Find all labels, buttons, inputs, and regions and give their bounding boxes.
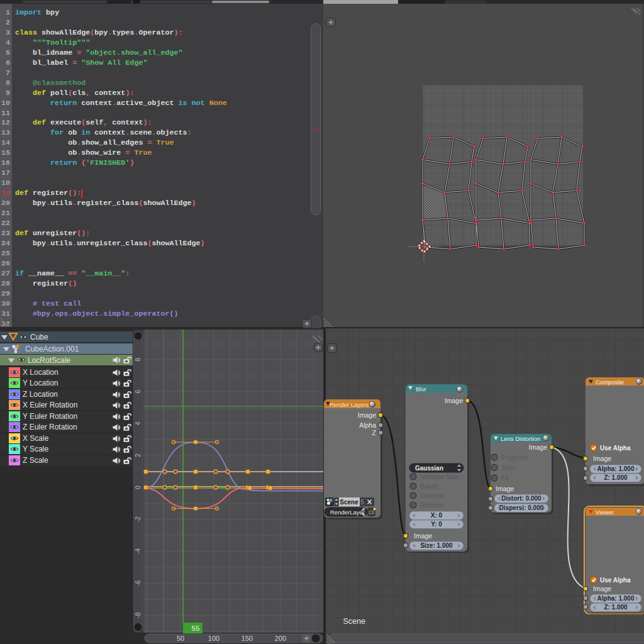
svg-text:Image: Image	[496, 485, 514, 492]
svg-text:Image: Image	[357, 411, 375, 419]
svg-text:RenderLayer: RenderLayer	[330, 509, 365, 516]
svg-text:Image: Image	[593, 585, 611, 592]
svg-text:Image: Image	[593, 455, 611, 462]
svg-text:Lens Distortion: Lens Distortion	[501, 435, 540, 442]
svg-text:55: 55	[192, 625, 200, 632]
svg-text:Relative: Relative	[420, 501, 444, 509]
svg-text:100: 100	[208, 635, 219, 642]
svg-text:Image: Image	[444, 397, 462, 404]
svg-text:-6: -6	[134, 580, 142, 586]
svg-text:50: 50	[177, 635, 184, 642]
svg-text:Alpha: 1.000: Alpha: 1.000	[597, 595, 634, 602]
svg-text:Scene: Scene	[340, 499, 358, 506]
svg-text:Fit: Fit	[501, 474, 509, 482]
svg-text:Composite: Composite	[596, 379, 624, 386]
svg-text:6: 6	[134, 390, 142, 394]
svg-text:8: 8	[134, 358, 142, 362]
svg-text:Z: 1.000: Z: 1.000	[604, 474, 628, 481]
svg-text:0: 0	[134, 486, 142, 489]
svg-text:5: 5	[360, 499, 364, 506]
svg-text:Z: Z	[372, 429, 376, 436]
svg-text:Jitter: Jitter	[501, 464, 516, 472]
svg-text:-8: -8	[134, 612, 142, 618]
svg-text:Bokeh: Bokeh	[420, 482, 439, 490]
svg-text:Variable Size: Variable Size	[420, 473, 458, 480]
svg-text:X: 0: X: 0	[430, 512, 442, 519]
svg-text:Gaussian: Gaussian	[415, 465, 443, 472]
svg-text:Alpha: 1.000: Alpha: 1.000	[597, 465, 634, 472]
svg-text:Alpha: Alpha	[359, 421, 376, 429]
svg-text:Gamma: Gamma	[420, 492, 444, 499]
svg-text:Viewer: Viewer	[596, 509, 614, 516]
svg-text:Use Alpha: Use Alpha	[600, 445, 631, 452]
svg-text:Render Layers: Render Layers	[330, 401, 369, 408]
svg-text:Use Alpha: Use Alpha	[600, 577, 631, 584]
svg-text:Blur: Blur	[416, 386, 426, 392]
svg-text:Image: Image	[414, 532, 432, 540]
svg-text:Z: 1.000: Z: 1.000	[604, 604, 628, 611]
svg-text:Y: 0: Y: 0	[431, 521, 442, 528]
svg-text:2: 2	[134, 453, 142, 457]
svg-text:Size: 1.000: Size: 1.000	[420, 542, 453, 549]
svg-text:Image: Image	[528, 443, 547, 451]
svg-text:Distort: 0.000: Distort: 0.000	[501, 495, 541, 502]
svg-text:4: 4	[134, 421, 142, 425]
svg-text:-2: -2	[134, 516, 142, 522]
svg-text:Dispersi: 0.000: Dispersi: 0.000	[499, 504, 543, 511]
svg-text:Projector: Projector	[501, 453, 528, 461]
svg-text:150: 150	[242, 635, 253, 642]
svg-text:-4: -4	[134, 548, 142, 554]
svg-text:200: 200	[275, 635, 286, 642]
